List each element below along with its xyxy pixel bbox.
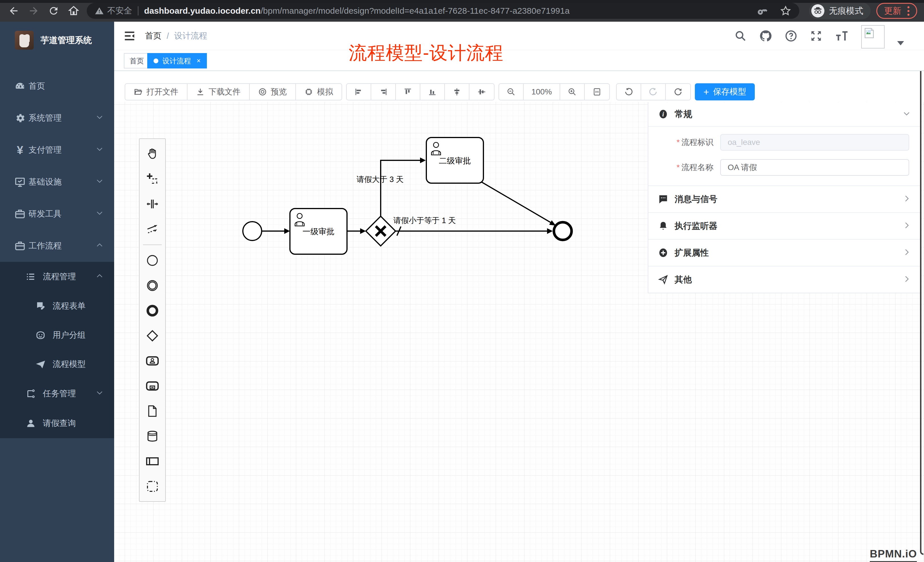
message-icon — [658, 194, 668, 204]
sidebar-item-infra[interactable]: 基础设施 — [0, 166, 114, 198]
process-name-input[interactable] — [720, 159, 909, 176]
browser-menu-icon[interactable] — [908, 6, 909, 16]
search-icon[interactable] — [735, 30, 747, 42]
bookmark-star-icon[interactable] — [780, 5, 791, 16]
avatar[interactable] — [861, 25, 885, 48]
password-key-icon[interactable] — [757, 6, 767, 16]
sidebar-item-process-model[interactable]: 流程模型 — [0, 350, 114, 379]
url-text[interactable]: dashboard.yudao.iocoder.cn/bpm/manager/m… — [144, 6, 570, 16]
section-general[interactable]: i 常规 — [648, 102, 921, 126]
active-tab-dot — [153, 58, 158, 63]
breadcrumb-home[interactable]: 首页 — [145, 30, 162, 42]
robot-face-icon — [35, 330, 46, 341]
sidebar-item-process-mgmt[interactable]: 流程管理 — [0, 262, 114, 292]
dashboard-icon — [14, 81, 26, 92]
security-indicator[interactable]: 不安全 — [95, 5, 132, 16]
github-icon[interactable] — [759, 29, 772, 42]
briefcase-icon — [14, 240, 26, 252]
section-execution-listener[interactable]: 执行监听器 — [648, 213, 921, 239]
sidebar-toggle-icon[interactable] — [123, 30, 136, 42]
broken-image-icon — [863, 27, 876, 39]
task1-label: 一级审批 — [303, 227, 334, 236]
incognito-label: 无痕模式 — [829, 5, 863, 17]
forward-icon[interactable] — [27, 4, 40, 17]
info-icon: i — [658, 109, 668, 119]
chevron-up-icon — [96, 241, 103, 251]
arrowhead — [284, 228, 290, 234]
sidebar-item-user-group[interactable]: 用户分组 — [0, 321, 114, 350]
security-label: 不安全 — [107, 5, 132, 16]
start-event[interactable] — [243, 222, 262, 240]
chevron-right-icon — [903, 275, 911, 284]
flow-task2-to-end[interactable] — [480, 181, 551, 223]
process-key-input[interactable] — [720, 134, 909, 151]
omnibox-divider — [138, 6, 138, 15]
chevron-down-icon — [902, 109, 911, 119]
svg-text:i: i — [662, 111, 664, 118]
fullscreen-icon[interactable] — [810, 30, 822, 42]
condition-gt3-label: 请假大于 3 天 — [356, 175, 404, 184]
gear-icon — [14, 112, 26, 124]
annotation-title: 流程模型-设计流程 — [349, 40, 503, 65]
browser-toolbar: 不安全 dashboard.yudao.iocoder.cn/bpm/manag… — [0, 0, 924, 22]
bell-icon — [658, 221, 668, 231]
breadcrumb: 首页 / 设计流程 — [145, 30, 207, 42]
app-title: 芋道管理系统 — [40, 34, 92, 46]
sidebar-item-leave-query[interactable]: 请假查询 — [0, 409, 114, 438]
sidebar-item-workflow[interactable]: 工作流程 — [0, 230, 114, 262]
chevron-down-icon — [96, 177, 103, 187]
section-extended-properties[interactable]: 扩展属性 — [648, 240, 921, 266]
process-name-label: 流程名称 — [681, 163, 713, 172]
chevron-up-icon — [96, 272, 103, 282]
back-icon[interactable] — [8, 4, 20, 17]
process-key-label: 流程标识 — [681, 138, 713, 147]
briefcase-icon — [14, 208, 26, 220]
chevron-down-icon — [96, 114, 103, 123]
yen-icon: ¥ — [14, 144, 26, 156]
chevron-down-icon — [96, 389, 103, 399]
bpmn-io-logo[interactable]: BPMN.iO — [870, 548, 917, 562]
tab-design-process[interactable]: 设计流程 × — [147, 53, 207, 69]
paper-plane-icon — [35, 358, 46, 370]
app-logo-row[interactable]: 芋道管理系统 — [0, 22, 114, 59]
monitor-icon — [14, 176, 26, 188]
flow-gateway-to-task2[interactable] — [381, 160, 420, 216]
sidebar-item-devtools[interactable]: 研发工具 — [0, 198, 114, 230]
sidebar-item-task-mgmt[interactable]: 任务管理 — [0, 379, 114, 409]
sidebar-item-home[interactable]: 首页 — [0, 70, 114, 102]
chevron-down-icon — [96, 145, 103, 155]
chevron-right-icon — [903, 195, 911, 204]
chevron-down-icon — [96, 210, 103, 219]
avatar-caret-icon[interactable] — [897, 41, 904, 45]
incognito-icon — [811, 4, 824, 17]
breadcrumb-current: 设计流程 — [174, 30, 207, 42]
top-navbar: 首页 / 设计流程 — [114, 22, 924, 50]
close-icon[interactable]: × — [196, 57, 201, 65]
send-icon — [658, 274, 668, 285]
sidebar-item-payment[interactable]: ¥ 支付管理 — [0, 134, 114, 166]
sidebar-item-process-form[interactable]: 流程表单 — [0, 292, 114, 321]
sidebar: 芋道管理系统 首页 系统管理 ¥ 支付管理 基础设施 研发工具 工作 — [0, 22, 114, 562]
flow-branch-icon — [25, 388, 36, 399]
arrowhead — [547, 228, 553, 234]
home-icon[interactable] — [68, 4, 80, 17]
canvas-right-edge — [920, 71, 923, 555]
font-size-icon[interactable] — [835, 29, 849, 43]
task2-label: 二级审批 — [439, 156, 471, 165]
chevron-right-icon — [903, 248, 911, 257]
browser-update-button[interactable]: 更新 — [876, 3, 917, 19]
bpmn-designer: 打开文件 下载文件 预览 模拟 — [114, 71, 924, 562]
help-icon[interactable] — [785, 30, 797, 42]
condition-le1-label: 请假小于等于 1 天 — [393, 216, 456, 225]
end-event[interactable] — [554, 222, 572, 240]
update-label: 更新 — [884, 5, 901, 17]
form-edit-icon — [35, 300, 46, 312]
tab-home[interactable]: 首页 — [124, 53, 150, 69]
address-bar[interactable]: 不安全 dashboard.yudao.iocoder.cn/bpm/manag… — [87, 3, 799, 19]
arrowhead — [360, 228, 366, 234]
reload-icon[interactable] — [47, 4, 60, 17]
incognito-badge: 无痕模式 — [809, 3, 871, 19]
section-other[interactable]: 其他 — [648, 267, 921, 293]
section-message-signal[interactable]: 消息与信号 — [648, 186, 921, 212]
sidebar-item-system[interactable]: 系统管理 — [0, 102, 114, 134]
